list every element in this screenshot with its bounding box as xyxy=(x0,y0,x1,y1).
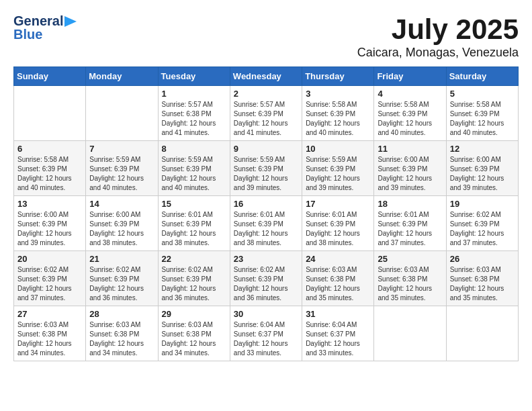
day-info: Sunrise: 5:57 AM Sunset: 6:38 PM Dayligh… xyxy=(162,100,226,138)
calendar-day-cell: 10Sunrise: 5:59 AM Sunset: 6:39 PM Dayli… xyxy=(302,141,374,196)
calendar-week-row: 13Sunrise: 6:00 AM Sunset: 6:39 PM Dayli… xyxy=(14,196,519,251)
weekday-header-tuesday: Tuesday xyxy=(158,67,230,86)
page-header: General Blue July 2025 Caicara, Monagas,… xyxy=(13,13,519,60)
calendar-day-cell: 26Sunrise: 6:03 AM Sunset: 6:38 PM Dayli… xyxy=(446,251,518,306)
day-info: Sunrise: 6:00 AM Sunset: 6:39 PM Dayligh… xyxy=(378,155,442,193)
calendar-day-cell: 19Sunrise: 6:02 AM Sunset: 6:39 PM Dayli… xyxy=(446,196,518,251)
day-info: Sunrise: 5:59 AM Sunset: 6:39 PM Dayligh… xyxy=(234,155,298,193)
day-info: Sunrise: 6:03 AM Sunset: 6:38 PM Dayligh… xyxy=(162,320,226,358)
day-info: Sunrise: 6:03 AM Sunset: 6:38 PM Dayligh… xyxy=(17,320,82,358)
calendar-day-cell: 12Sunrise: 6:00 AM Sunset: 6:39 PM Dayli… xyxy=(446,141,518,196)
calendar-day-cell: 21Sunrise: 6:02 AM Sunset: 6:39 PM Dayli… xyxy=(86,251,158,306)
day-number: 18 xyxy=(378,199,442,209)
day-number: 1 xyxy=(162,89,226,99)
calendar-day-cell xyxy=(86,86,158,141)
day-info: Sunrise: 5:58 AM Sunset: 6:39 PM Dayligh… xyxy=(17,155,82,193)
day-number: 16 xyxy=(234,199,298,209)
day-number: 10 xyxy=(306,144,370,154)
day-number: 9 xyxy=(234,144,298,154)
day-number: 6 xyxy=(17,144,82,154)
logo-arrow-icon xyxy=(64,16,77,27)
day-number: 4 xyxy=(378,89,442,99)
calendar-day-cell: 6Sunrise: 5:58 AM Sunset: 6:39 PM Daylig… xyxy=(14,141,86,196)
calendar-day-cell: 3Sunrise: 5:58 AM Sunset: 6:39 PM Daylig… xyxy=(302,86,374,141)
calendar-day-cell: 27Sunrise: 6:03 AM Sunset: 6:38 PM Dayli… xyxy=(14,306,86,361)
calendar-day-cell: 2Sunrise: 5:57 AM Sunset: 6:39 PM Daylig… xyxy=(230,86,302,141)
day-info: Sunrise: 5:57 AM Sunset: 6:39 PM Dayligh… xyxy=(234,100,298,138)
day-number: 14 xyxy=(89,199,154,209)
day-info: Sunrise: 6:02 AM Sunset: 6:39 PM Dayligh… xyxy=(89,265,154,303)
calendar-day-cell xyxy=(446,306,518,361)
day-info: Sunrise: 6:00 AM Sunset: 6:39 PM Dayligh… xyxy=(89,210,154,248)
day-info: Sunrise: 6:01 AM Sunset: 6:39 PM Dayligh… xyxy=(378,210,442,248)
day-number: 24 xyxy=(306,254,370,264)
day-info: Sunrise: 6:02 AM Sunset: 6:39 PM Dayligh… xyxy=(17,265,82,303)
day-number: 27 xyxy=(17,309,82,319)
calendar-day-cell xyxy=(14,86,86,141)
day-info: Sunrise: 6:03 AM Sunset: 6:38 PM Dayligh… xyxy=(89,320,154,358)
day-info: Sunrise: 6:01 AM Sunset: 6:39 PM Dayligh… xyxy=(306,210,370,248)
day-number: 22 xyxy=(162,254,226,264)
calendar-day-cell: 24Sunrise: 6:03 AM Sunset: 6:38 PM Dayli… xyxy=(302,251,374,306)
svg-marker-0 xyxy=(64,16,77,27)
calendar-day-cell: 25Sunrise: 6:03 AM Sunset: 6:38 PM Dayli… xyxy=(374,251,446,306)
day-number: 31 xyxy=(306,309,370,319)
day-info: Sunrise: 5:58 AM Sunset: 6:39 PM Dayligh… xyxy=(306,100,370,138)
day-number: 21 xyxy=(89,254,154,264)
calendar-day-cell: 20Sunrise: 6:02 AM Sunset: 6:39 PM Dayli… xyxy=(14,251,86,306)
day-info: Sunrise: 6:02 AM Sunset: 6:39 PM Dayligh… xyxy=(162,265,226,303)
title-block: July 2025 Caicara, Monagas, Venezuela xyxy=(357,13,519,60)
calendar-day-cell: 11Sunrise: 6:00 AM Sunset: 6:39 PM Dayli… xyxy=(374,141,446,196)
calendar-day-cell: 15Sunrise: 6:01 AM Sunset: 6:39 PM Dayli… xyxy=(158,196,230,251)
calendar-day-cell: 28Sunrise: 6:03 AM Sunset: 6:38 PM Dayli… xyxy=(86,306,158,361)
weekday-header-wednesday: Wednesday xyxy=(230,67,302,86)
calendar-day-cell: 18Sunrise: 6:01 AM Sunset: 6:39 PM Dayli… xyxy=(374,196,446,251)
day-number: 5 xyxy=(450,89,515,99)
weekday-header-row: SundayMondayTuesdayWednesdayThursdayFrid… xyxy=(14,67,519,86)
day-info: Sunrise: 6:02 AM Sunset: 6:39 PM Dayligh… xyxy=(450,210,515,248)
calendar-day-cell: 1Sunrise: 5:57 AM Sunset: 6:38 PM Daylig… xyxy=(158,86,230,141)
weekday-header-sunday: Sunday xyxy=(14,67,86,86)
calendar-day-cell: 23Sunrise: 6:02 AM Sunset: 6:39 PM Dayli… xyxy=(230,251,302,306)
day-number: 17 xyxy=(306,199,370,209)
day-info: Sunrise: 5:58 AM Sunset: 6:39 PM Dayligh… xyxy=(450,100,515,138)
day-number: 29 xyxy=(162,309,226,319)
weekday-header-friday: Friday xyxy=(374,67,446,86)
day-info: Sunrise: 6:02 AM Sunset: 6:39 PM Dayligh… xyxy=(234,265,298,303)
calendar-day-cell: 4Sunrise: 5:58 AM Sunset: 6:39 PM Daylig… xyxy=(374,86,446,141)
day-number: 19 xyxy=(450,199,515,209)
calendar-week-row: 27Sunrise: 6:03 AM Sunset: 6:38 PM Dayli… xyxy=(14,306,519,361)
day-info: Sunrise: 6:04 AM Sunset: 6:37 PM Dayligh… xyxy=(234,320,298,358)
day-number: 8 xyxy=(162,144,226,154)
day-number: 15 xyxy=(162,199,226,209)
calendar-week-row: 6Sunrise: 5:58 AM Sunset: 6:39 PM Daylig… xyxy=(14,141,519,196)
calendar-day-cell: 13Sunrise: 6:00 AM Sunset: 6:39 PM Dayli… xyxy=(14,196,86,251)
weekday-header-saturday: Saturday xyxy=(446,67,518,86)
calendar-week-row: 20Sunrise: 6:02 AM Sunset: 6:39 PM Dayli… xyxy=(14,251,519,306)
day-number: 3 xyxy=(306,89,370,99)
calendar-day-cell: 5Sunrise: 5:58 AM Sunset: 6:39 PM Daylig… xyxy=(446,86,518,141)
day-number: 25 xyxy=(378,254,442,264)
calendar-day-cell: 31Sunrise: 6:04 AM Sunset: 6:37 PM Dayli… xyxy=(302,306,374,361)
logo-text-blue: Blue xyxy=(13,27,42,42)
day-number: 23 xyxy=(234,254,298,264)
day-info: Sunrise: 6:01 AM Sunset: 6:39 PM Dayligh… xyxy=(234,210,298,248)
calendar-day-cell: 16Sunrise: 6:01 AM Sunset: 6:39 PM Dayli… xyxy=(230,196,302,251)
day-info: Sunrise: 6:01 AM Sunset: 6:39 PM Dayligh… xyxy=(162,210,226,248)
location-title: Caicara, Monagas, Venezuela xyxy=(357,46,519,60)
day-number: 20 xyxy=(17,254,82,264)
day-info: Sunrise: 6:03 AM Sunset: 6:38 PM Dayligh… xyxy=(306,265,370,303)
day-info: Sunrise: 6:00 AM Sunset: 6:39 PM Dayligh… xyxy=(450,155,515,193)
day-number: 7 xyxy=(89,144,154,154)
day-info: Sunrise: 5:59 AM Sunset: 6:39 PM Dayligh… xyxy=(89,155,154,193)
day-info: Sunrise: 5:59 AM Sunset: 6:39 PM Dayligh… xyxy=(306,155,370,193)
day-number: 26 xyxy=(450,254,515,264)
calendar-day-cell: 14Sunrise: 6:00 AM Sunset: 6:39 PM Dayli… xyxy=(86,196,158,251)
day-info: Sunrise: 6:03 AM Sunset: 6:38 PM Dayligh… xyxy=(450,265,515,303)
logo: General Blue xyxy=(13,13,77,42)
day-number: 30 xyxy=(234,309,298,319)
day-number: 12 xyxy=(450,144,515,154)
calendar-day-cell: 29Sunrise: 6:03 AM Sunset: 6:38 PM Dayli… xyxy=(158,306,230,361)
month-title: July 2025 xyxy=(357,13,519,46)
day-number: 11 xyxy=(378,144,442,154)
